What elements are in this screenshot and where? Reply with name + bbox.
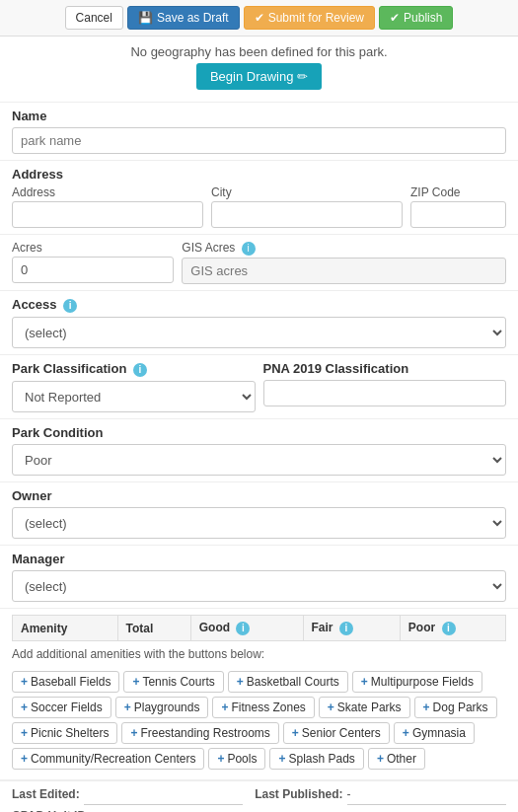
gis-acres-label: GIS Acres i xyxy=(182,241,506,256)
manager-section: Manager (select) xyxy=(0,546,518,609)
last-published-value: - xyxy=(347,787,507,805)
gis-acres-input[interactable] xyxy=(182,258,506,284)
address-section: Address Address City ZIP Code xyxy=(0,161,518,235)
tag-other[interactable]: + Other xyxy=(368,748,425,770)
pna-classification-input[interactable] xyxy=(263,380,507,406)
tag-freestanding-restrooms[interactable]: + Freestanding Restrooms xyxy=(121,722,278,744)
begin-drawing-button[interactable]: Begin Drawing ✏ xyxy=(196,63,322,90)
amenity-col-header: Amenity xyxy=(13,616,118,641)
last-published-label: Last Published: xyxy=(255,787,342,805)
good-col-header: Good i xyxy=(190,616,303,641)
access-info-icon[interactable]: i xyxy=(63,299,77,313)
classification-section: Park Classification i Not Reported Mini … xyxy=(0,355,518,419)
save-icon: 💾 xyxy=(138,11,153,25)
total-col-header: Total xyxy=(117,616,190,641)
acres-label: Acres xyxy=(12,241,174,255)
manager-label: Manager xyxy=(12,552,506,566)
tag-pools[interactable]: + Pools xyxy=(208,748,265,770)
owner-select[interactable]: (select) xyxy=(12,507,506,539)
gis-acres-info-icon[interactable]: i xyxy=(242,242,256,256)
good-info-icon[interactable]: i xyxy=(236,622,250,635)
acres-input[interactable] xyxy=(12,257,174,283)
park-classification-label: Park Classification i xyxy=(12,361,256,377)
tag-playgrounds[interactable]: + Playgrounds xyxy=(115,697,209,718)
submit-icon: ✔ xyxy=(255,11,264,25)
owner-label: Owner xyxy=(12,488,506,503)
address-input[interactable] xyxy=(12,201,203,228)
tag-picnic-shelters[interactable]: + Picnic Shelters xyxy=(12,722,117,744)
access-label: Access i xyxy=(12,297,506,313)
access-select[interactable]: (select) Public Private Restricted xyxy=(12,317,506,348)
publish-button[interactable]: ✔ Publish xyxy=(379,6,453,30)
amenity-note: Add additional amenities with the button… xyxy=(12,647,506,661)
fair-info-icon[interactable]: i xyxy=(339,622,353,635)
footer-meta: Last Edited: Last Published: - CPAD Unit… xyxy=(0,780,518,812)
name-label: Name xyxy=(12,109,506,123)
name-input[interactable] xyxy=(12,127,506,154)
zip-input[interactable] xyxy=(410,201,506,228)
fair-col-header: Fair i xyxy=(303,616,400,641)
city-label: City xyxy=(211,185,403,199)
tag-basketball-courts[interactable]: + Basketball Courts xyxy=(228,671,348,693)
tag-fitness-zones[interactable]: + Fitness Zones xyxy=(212,697,314,718)
classification-info-icon[interactable]: i xyxy=(133,363,147,377)
save-draft-button[interactable]: 💾 Save as Draft xyxy=(127,6,240,30)
tag-dog-parks[interactable]: + Dog Parks xyxy=(414,697,497,718)
submit-review-button[interactable]: ✔ Submit for Review xyxy=(244,6,375,30)
cancel-button[interactable]: Cancel xyxy=(65,6,123,30)
tag-multipurpose-fields[interactable]: + Multipurpose Fields xyxy=(352,671,482,693)
tag-skate-parks[interactable]: + Skate Parks xyxy=(319,697,410,718)
address-section-label: Address xyxy=(12,167,506,182)
amenity-tags-container: + Baseball Fields + Tennis Courts + Bask… xyxy=(12,667,506,774)
park-condition-section: Park Condition Poor Fair Good Excellent xyxy=(0,419,518,482)
acres-section: Acres GIS Acres i xyxy=(0,235,518,291)
park-classification-select[interactable]: Not Reported Mini Park Neighborhood Park… xyxy=(12,381,256,412)
name-section: Name xyxy=(0,103,518,161)
owner-section: Owner (select) xyxy=(0,482,518,546)
amenity-table: Amenity Total Good i Fair i Poor i xyxy=(12,615,506,641)
last-edited-value xyxy=(84,787,244,805)
geography-notice: No geography has been defined for this p… xyxy=(0,37,518,102)
park-condition-select[interactable]: Poor Fair Good Excellent xyxy=(12,444,506,476)
tag-tennis-courts[interactable]: + Tennis Courts xyxy=(123,671,223,693)
tag-soccer-fields[interactable]: + Soccer Fields xyxy=(12,697,111,718)
zip-label: ZIP Code xyxy=(410,185,506,199)
city-input[interactable] xyxy=(211,201,403,228)
publish-icon: ✔ xyxy=(390,11,400,25)
poor-col-header: Poor i xyxy=(400,616,505,641)
tag-gymnasia[interactable]: + Gymnasia xyxy=(394,722,475,744)
tag-baseball-fields[interactable]: + Baseball Fields xyxy=(12,671,119,693)
last-edited-label: Last Edited: xyxy=(12,787,80,805)
manager-select[interactable]: (select) xyxy=(12,570,506,602)
tag-community-recreation-centers[interactable]: + Community/Recreation Centers xyxy=(12,748,204,770)
address-label: Address xyxy=(12,185,203,199)
access-section: Access i (select) Public Private Restric… xyxy=(0,291,518,355)
amenity-section: Amenity Total Good i Fair i Poor i xyxy=(0,609,518,779)
tag-splash-pads[interactable]: + Splash Pads xyxy=(269,748,363,770)
tag-senior-centers[interactable]: + Senior Centers xyxy=(283,722,390,744)
pna-classification-label: PNA 2019 Classification xyxy=(263,361,507,376)
park-condition-label: Park Condition xyxy=(12,425,506,440)
poor-info-icon[interactable]: i xyxy=(442,622,456,635)
toolbar: Cancel 💾 Save as Draft ✔ Submit for Revi… xyxy=(0,0,518,37)
